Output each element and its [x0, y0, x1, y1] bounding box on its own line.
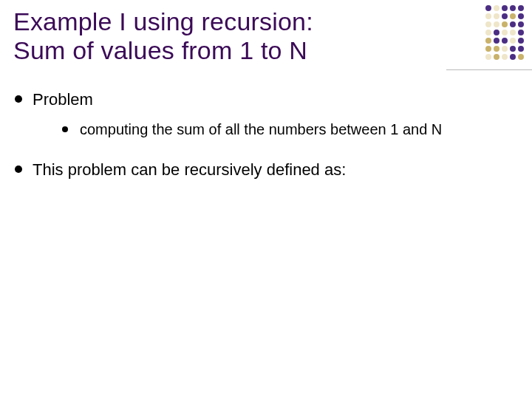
decor-dot	[518, 46, 524, 52]
bullet-text: computing the sum of all the numbers bet…	[80, 121, 442, 138]
bullet-text: Problem	[33, 90, 93, 109]
title-line-2: Sum of values from 1 to N	[13, 36, 307, 64]
bullet-icon	[15, 166, 22, 173]
bullet-text: This problem can be recursively defined …	[33, 160, 346, 180]
bullet-icon	[15, 95, 22, 103]
decor-dot	[494, 13, 499, 19]
bullet-icon	[62, 126, 68, 132]
decorative-dot-grid	[483, 3, 526, 62]
decor-dot	[494, 38, 499, 44]
decor-dot	[502, 13, 508, 19]
decor-dot	[485, 21, 491, 27]
decor-dot	[510, 46, 516, 52]
decor-dot	[518, 13, 524, 19]
slide: Example I using recursion: Sum of values…	[0, 0, 532, 399]
decor-dot	[485, 30, 491, 35]
decor-dot	[494, 21, 499, 27]
title-line-1: Example I using recursion:	[13, 7, 313, 35]
decor-dot	[518, 54, 524, 60]
decor-dot	[502, 38, 508, 44]
bullet-list: Problem computing the sum of all the num…	[13, 90, 519, 180]
decor-dot	[502, 5, 508, 11]
decor-dot	[518, 30, 524, 35]
decor-dot	[485, 54, 491, 60]
decor-dot	[510, 5, 516, 11]
decor-dot	[510, 38, 516, 44]
decor-dot	[485, 46, 491, 52]
slide-title: Example I using recursion: Sum of values…	[13, 7, 519, 65]
decor-dot	[510, 13, 516, 19]
decor-dot	[502, 30, 508, 35]
decor-dot	[494, 54, 499, 60]
decor-dot	[510, 21, 516, 27]
decor-dot	[485, 38, 491, 44]
title-underline	[446, 69, 532, 70]
list-item: computing the sum of all the numbers bet…	[61, 121, 442, 138]
dot-grid-table	[483, 3, 526, 62]
list-item: Problem computing the sum of all the num…	[13, 90, 519, 147]
decor-dot	[502, 54, 508, 60]
content-area: Problem computing the sum of all the num…	[13, 90, 519, 180]
decor-dot	[518, 5, 524, 11]
decor-dot	[510, 54, 516, 60]
decor-dot	[518, 21, 524, 27]
sub-bullet-list: computing the sum of all the numbers bet…	[61, 121, 442, 138]
decor-dot	[485, 5, 491, 11]
list-item-body: Problem computing the sum of all the num…	[33, 90, 442, 147]
decor-dot	[494, 5, 499, 11]
list-item: This problem can be recursively defined …	[13, 160, 519, 180]
decor-dot	[494, 46, 499, 52]
decor-dot	[485, 13, 491, 19]
decor-dot	[494, 30, 499, 35]
decor-dot	[510, 30, 516, 35]
decor-dot	[502, 21, 508, 27]
decor-dot	[502, 46, 508, 52]
decor-dot	[518, 38, 524, 44]
